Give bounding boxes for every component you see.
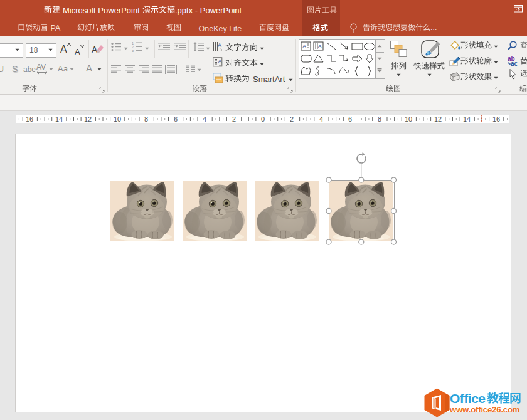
svg-text:A: A xyxy=(302,43,306,50)
svg-text:ac: ac xyxy=(511,60,518,66)
svg-text:A: A xyxy=(218,58,222,65)
svg-text:A: A xyxy=(318,43,322,49)
svg-text:3: 3 xyxy=(132,49,134,52)
svg-text:A: A xyxy=(218,42,221,48)
